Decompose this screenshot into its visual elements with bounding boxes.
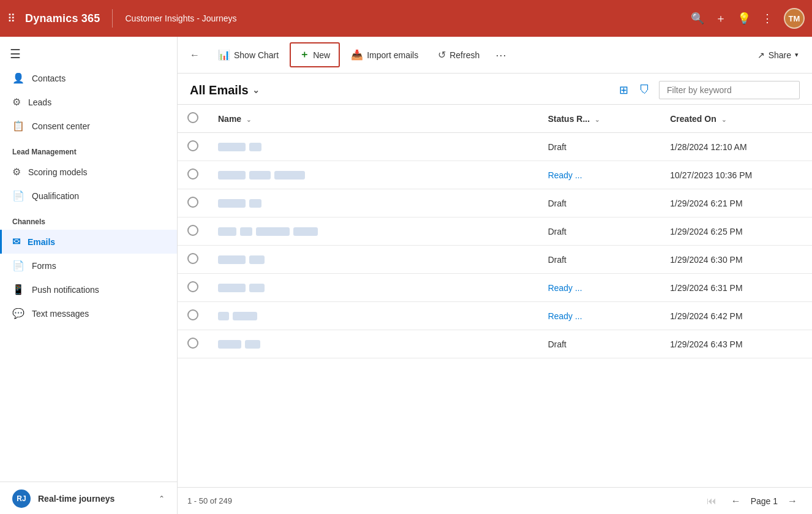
forms-icon: 📄 — [12, 260, 24, 271]
chart-icon: 📊 — [218, 49, 230, 61]
sidebar-item-emails[interactable]: ✉ Emails — [0, 230, 177, 254]
row-created-date: 10/27/2023 10:36 PM — [660, 161, 812, 189]
col-header-status[interactable]: Status R... ⌄ — [538, 105, 661, 133]
blurred-name-segment — [245, 340, 260, 349]
row-created-date: 1/29/2024 6:21 PM — [660, 189, 812, 217]
back-button[interactable]: ← — [182, 45, 207, 66]
leads-icon: ⚙ — [12, 96, 21, 108]
share-button[interactable]: ↗ Share ▾ — [749, 45, 807, 65]
sidebar-item-label: Scoring models — [28, 167, 88, 177]
row-checkbox[interactable] — [187, 281, 198, 292]
add-icon[interactable]: ＋ — [715, 11, 726, 26]
push-icon: 📱 — [12, 284, 24, 295]
more-options-button[interactable]: ⋯ — [491, 43, 511, 67]
row-name[interactable] — [208, 161, 538, 189]
row-status: Ready ... — [538, 161, 661, 189]
blurred-name-segment — [218, 199, 246, 208]
sidebar-item-leads[interactable]: ⚙ Leads — [0, 90, 177, 114]
sidebar-item-contacts[interactable]: 👤 Contacts — [0, 66, 177, 90]
row-status: Draft — [538, 189, 661, 217]
sidebar-item-label: Text messages — [32, 309, 89, 319]
row-status: Draft — [538, 217, 661, 246]
col-header-check[interactable] — [178, 105, 208, 133]
col-header-created[interactable]: Created On ⌄ — [660, 105, 812, 133]
scoring-icon: ⚙ — [12, 166, 21, 178]
col-header-name[interactable]: Name ⌄ — [208, 105, 538, 133]
more-options-icon[interactable]: ⋮ — [762, 12, 773, 25]
row-checkbox[interactable] — [187, 338, 198, 349]
sub-title: Customer Insights - Journeys — [125, 13, 236, 23]
filter-input[interactable] — [659, 81, 800, 99]
row-checkbox[interactable] — [187, 140, 198, 151]
row-name[interactable] — [208, 217, 538, 246]
list-header: All Emails ⌄ ⊞ ⛉ — [178, 74, 812, 105]
row-name[interactable] — [208, 302, 538, 330]
table-row[interactable]: Draft1/29/2024 6:21 PM — [178, 189, 812, 217]
sidebar-item-label: Emails — [28, 237, 55, 247]
sidebar-item-forms[interactable]: 📄 Forms — [0, 254, 177, 278]
show-chart-button[interactable]: 📊 Show Chart — [209, 44, 287, 66]
row-name[interactable] — [208, 189, 538, 217]
grid-icon[interactable]: ⠿ — [7, 12, 15, 25]
hamburger-icon[interactable]: ☰ — [0, 37, 177, 66]
next-page-button[interactable]: → — [783, 493, 802, 509]
row-checkbox[interactable] — [187, 309, 198, 320]
sidebar-item-scoring-models[interactable]: ⚙ Scoring models — [0, 160, 177, 184]
import-button[interactable]: 📥 Import emails — [342, 44, 427, 66]
sidebar-item-qualification[interactable]: 📄 Qualification — [0, 184, 177, 208]
sidebar-bottom-user[interactable]: RJ Real-time journeys ⌃ — [0, 482, 177, 514]
row-status: Draft — [538, 246, 661, 274]
qualification-icon: 📄 — [12, 190, 24, 202]
chevron-up-icon: ⌃ — [159, 494, 165, 503]
header-divider — [112, 9, 113, 28]
user-initials: RJ — [12, 489, 31, 508]
import-icon: 📥 — [351, 49, 363, 61]
row-name[interactable] — [208, 274, 538, 302]
table-row[interactable]: Draft1/29/2024 6:25 PM — [178, 217, 812, 246]
row-status: Ready ... — [538, 302, 661, 330]
share-chevron-icon: ▾ — [795, 51, 799, 59]
blurred-name-segment — [249, 143, 261, 151]
list-title-chevron[interactable]: ⌄ — [252, 85, 260, 95]
text-icon: 💬 — [12, 308, 24, 319]
list-title: All Emails ⌄ — [190, 83, 260, 97]
sidebar-item-push-notifications[interactable]: 📱 Push notifications — [0, 278, 177, 301]
search-icon[interactable]: 🔍 — [691, 12, 704, 25]
sidebar-item-text-messages[interactable]: 💬 Text messages — [0, 301, 177, 325]
table-row[interactable]: Ready ...1/29/2024 6:42 PM — [178, 302, 812, 330]
row-checkbox[interactable] — [187, 197, 198, 208]
name-sort-icon: ⌄ — [246, 116, 251, 123]
table-row[interactable]: Draft1/29/2024 6:43 PM — [178, 330, 812, 358]
row-name[interactable] — [208, 330, 538, 358]
row-checkbox[interactable] — [187, 168, 198, 180]
first-page-button[interactable]: ⏮ — [702, 493, 721, 509]
created-sort-icon: ⌄ — [721, 116, 726, 123]
table-row[interactable]: Draft1/28/2024 12:10 AM — [178, 133, 812, 161]
pagination-right: ⏮ ← Page 1 → — [702, 493, 802, 509]
row-name[interactable] — [208, 246, 538, 274]
lightbulb-icon[interactable]: 💡 — [737, 12, 751, 25]
filter-icon[interactable]: ⛉ — [637, 81, 653, 99]
prev-page-button[interactable]: ← — [726, 493, 746, 509]
table-row[interactable]: Ready ...10/27/2023 10:36 PM — [178, 161, 812, 189]
avatar[interactable]: TM — [784, 8, 805, 29]
sidebar-item-consent-center[interactable]: 📋 Consent center — [0, 114, 177, 138]
sidebar-item-label: Qualification — [32, 191, 79, 201]
select-all-checkbox[interactable] — [187, 112, 198, 123]
bottom-bar: 1 - 50 of 249 ⏮ ← Page 1 → — [178, 487, 812, 514]
blurred-name-segment — [240, 227, 252, 236]
row-checkbox[interactable] — [187, 253, 198, 264]
column-settings-icon[interactable]: ⊞ — [617, 81, 631, 99]
row-created-date: 1/29/2024 6:30 PM — [660, 246, 812, 274]
row-name[interactable] — [208, 133, 538, 161]
refresh-button[interactable]: ↺ Refresh — [429, 44, 488, 66]
main-layout: ☰ 👤 Contacts ⚙ Leads 📋 Consent center Le… — [0, 37, 812, 514]
table-row[interactable]: Draft1/29/2024 6:30 PM — [178, 246, 812, 274]
list-header-right: ⊞ ⛉ — [617, 81, 800, 99]
row-checkbox[interactable] — [187, 225, 198, 236]
table-row[interactable]: Ready ...1/29/2024 6:31 PM — [178, 274, 812, 302]
sidebar-item-label: Leads — [28, 97, 51, 107]
table-container: Name ⌄ Status R... ⌄ Created On ⌄ — [178, 105, 812, 487]
row-created-date: 1/29/2024 6:31 PM — [660, 274, 812, 302]
new-button[interactable]: ＋ New — [290, 42, 340, 67]
